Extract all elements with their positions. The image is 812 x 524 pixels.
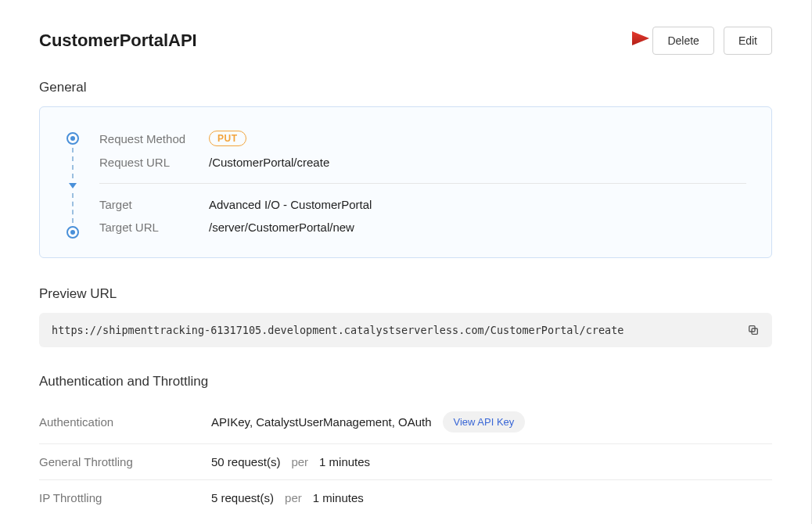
- general-throttling-label: General Throttling: [39, 455, 211, 468]
- ip-throttling-interval: 1 minutes: [313, 491, 364, 504]
- target-url-value: /server/CustomerPortal/new: [209, 221, 354, 234]
- general-section-title: General: [39, 80, 772, 95]
- ip-throttling-label: IP Throttling: [39, 491, 211, 504]
- divider: [99, 183, 746, 184]
- request-url-label: Request URL: [99, 156, 209, 169]
- view-api-key-button[interactable]: View API Key: [443, 411, 526, 432]
- preview-url-section-title: Preview URL: [39, 286, 772, 302]
- general-throttling-value: 50 request(s): [211, 455, 280, 468]
- general-section: General Request Method PUT Request UR: [39, 80, 772, 258]
- request-method-badge: PUT: [209, 131, 246, 146]
- flow-start-icon: [66, 132, 79, 145]
- auth-throttling-section: Authentication and Throttling Authentica…: [39, 374, 772, 515]
- header-actions: Delete Edit: [652, 27, 772, 55]
- target-value: Advanced I/O - CustomerPortal: [209, 198, 372, 211]
- target-label: Target: [99, 198, 209, 211]
- ip-throttling-value: 5 request(s): [211, 491, 274, 504]
- authentication-row: Authentication APIKey, CatalystUserManag…: [39, 400, 772, 444]
- general-throttling-row: General Throttling 50 request(s) per 1 m…: [39, 444, 772, 480]
- general-throttling-interval: 1 minutes: [319, 455, 370, 468]
- auth-section-title: Authentication and Throttling: [39, 374, 772, 389]
- flow-arrow-icon: [69, 183, 77, 188]
- authentication-value: APIKey, CatalystUserManagement, OAuth: [211, 415, 432, 429]
- general-card: Request Method PUT Request URL /Customer…: [39, 106, 772, 258]
- ip-throttling-per: per: [285, 491, 302, 504]
- delete-button[interactable]: Delete: [652, 27, 713, 55]
- flow-indicator: [65, 126, 81, 239]
- general-throttling-per: per: [291, 455, 308, 468]
- authentication-label: Authentication: [39, 415, 211, 429]
- preview-url-text: https://shipmenttracking-61317105.develo…: [52, 324, 624, 336]
- flow-end-icon: [66, 226, 79, 239]
- request-url-value: /CustomerPortal/create: [209, 156, 329, 169]
- ip-throttling-row: IP Throttling 5 request(s) per 1 minutes: [39, 480, 772, 515]
- copy-icon[interactable]: [747, 324, 760, 336]
- preview-url-section: Preview URL https://shipmenttracking-613…: [39, 286, 772, 347]
- target-url-label: Target URL: [99, 221, 209, 234]
- page-title: CustomerPortalAPI: [39, 31, 197, 51]
- edit-button[interactable]: Edit: [724, 27, 772, 55]
- preview-url-box: https://shipmenttracking-61317105.develo…: [39, 313, 772, 347]
- request-method-label: Request Method: [99, 132, 209, 145]
